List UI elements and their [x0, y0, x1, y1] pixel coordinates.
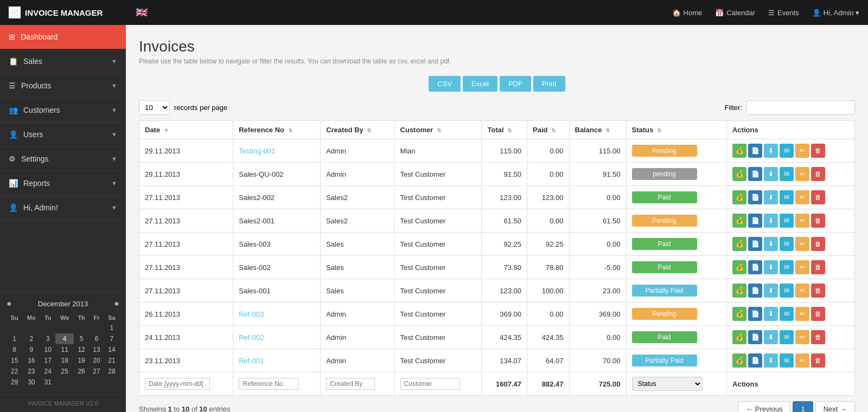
payment-btn[interactable]: 💰	[732, 214, 746, 228]
calendar-day[interactable]: 24	[40, 366, 55, 377]
excel-button[interactable]: Excel	[463, 76, 497, 92]
download-btn[interactable]: ⬇	[764, 307, 778, 321]
delete-btn[interactable]: 🗑	[811, 353, 825, 368]
calendar-day[interactable]: 30	[22, 377, 40, 388]
calendar-day[interactable]: 10	[40, 344, 55, 355]
calendar-prev[interactable]: ●	[7, 299, 12, 308]
delete-btn[interactable]: 🗑	[811, 214, 825, 228]
delete-btn[interactable]: 🗑	[811, 237, 825, 251]
calendar-day[interactable]: 11	[55, 344, 74, 355]
view-btn[interactable]: 📄	[748, 190, 762, 204]
calendar-day[interactable]: 3	[40, 333, 55, 344]
col-date[interactable]: Date ▼	[139, 121, 233, 139]
view-btn[interactable]: 📄	[748, 167, 762, 181]
status-filter-select[interactable]: Status Pending Paid Partially Paid	[632, 377, 703, 391]
col-status[interactable]: Status ⇅	[626, 121, 727, 139]
calendar-day[interactable]: 18	[55, 355, 74, 366]
calendar-day[interactable]: 12	[74, 344, 89, 355]
col-total[interactable]: Total ⇅	[482, 121, 527, 139]
calendar-next[interactable]: ●	[114, 299, 119, 308]
payment-btn[interactable]: 💰	[732, 237, 746, 251]
calendar-day[interactable]: 19	[74, 355, 89, 366]
calendar-day[interactable]: 9	[22, 344, 40, 355]
calendar-day[interactable]: 5	[74, 333, 89, 344]
ref-link[interactable]: Testing-001	[239, 147, 275, 155]
calendar-day[interactable]: 8	[7, 344, 22, 355]
footer-customer-input[interactable]	[394, 372, 482, 396]
calendar-day[interactable]: 22	[7, 366, 22, 377]
edit-btn[interactable]: ✏	[795, 260, 809, 274]
view-btn[interactable]: 📄	[748, 214, 762, 228]
sidebar-item-dashboard[interactable]: ⊞ Dashboard	[0, 25, 126, 49]
calendar-day[interactable]: 13	[89, 344, 104, 355]
nav-home[interactable]: 🏠 Home	[672, 9, 703, 17]
calendar-day[interactable]: 1	[104, 323, 119, 333]
email-btn[interactable]: ✉	[780, 284, 794, 298]
sidebar-item-users[interactable]: 👤 Users ▼	[0, 123, 126, 147]
ref-link[interactable]: Ref-001	[239, 357, 264, 365]
download-btn[interactable]: ⬇	[764, 284, 778, 298]
sidebar-item-admin[interactable]: 👤 Hi, Admin! ▼	[0, 196, 126, 220]
col-created[interactable]: Created By ⇅	[321, 121, 394, 139]
calendar-day[interactable]: 7	[104, 333, 119, 344]
sidebar-item-products[interactable]: ☰ Products ▼	[0, 74, 126, 98]
delete-btn[interactable]: 🗑	[811, 167, 825, 181]
payment-btn[interactable]: 💰	[732, 260, 746, 274]
calendar-day[interactable]: 16	[22, 355, 40, 366]
delete-btn[interactable]: 🗑	[811, 307, 825, 321]
calendar-day[interactable]: 6	[89, 333, 104, 344]
ref-link[interactable]: Ref-002	[239, 333, 264, 342]
calendar-day[interactable]: 26	[74, 366, 89, 377]
email-btn[interactable]: ✉	[780, 190, 794, 204]
email-btn[interactable]: ✉	[780, 330, 794, 344]
view-btn[interactable]: 📄	[748, 330, 762, 344]
edit-btn[interactable]: ✏	[795, 353, 809, 368]
col-customer[interactable]: Customer ⇅	[394, 121, 482, 139]
delete-btn[interactable]: 🗑	[811, 330, 825, 344]
edit-btn[interactable]: ✏	[795, 237, 809, 251]
delete-btn[interactable]: 🗑	[811, 190, 825, 204]
calendar-day[interactable]: 25	[55, 366, 74, 377]
delete-btn[interactable]: 🗑	[811, 260, 825, 274]
download-btn[interactable]: ⬇	[764, 260, 778, 274]
payment-btn[interactable]: 💰	[732, 353, 746, 368]
payment-btn[interactable]: 💰	[732, 307, 746, 321]
nav-events[interactable]: ☰ Events	[768, 9, 799, 17]
edit-btn[interactable]: ✏	[795, 284, 809, 298]
pdf-button[interactable]: PDF	[500, 76, 531, 92]
edit-btn[interactable]: ✏	[795, 214, 809, 228]
print-button[interactable]: Print	[533, 76, 565, 92]
payment-btn[interactable]: 💰	[732, 284, 746, 298]
edit-btn[interactable]: ✏	[795, 144, 809, 158]
email-btn[interactable]: ✉	[780, 167, 794, 181]
view-btn[interactable]: 📄	[748, 260, 762, 274]
prev-page-button[interactable]: ← Previous	[738, 401, 790, 412]
sidebar-item-reports[interactable]: 📊 Reports ▼	[0, 171, 126, 196]
edit-btn[interactable]: ✏	[795, 307, 809, 321]
edit-btn[interactable]: ✏	[795, 167, 809, 181]
download-btn[interactable]: ⬇	[764, 214, 778, 228]
email-btn[interactable]: ✉	[780, 307, 794, 321]
download-btn[interactable]: ⬇	[764, 144, 778, 158]
delete-btn[interactable]: 🗑	[811, 284, 825, 298]
calendar-day[interactable]: 4	[55, 333, 74, 344]
calendar-day[interactable]: 21	[104, 355, 119, 366]
nav-admin[interactable]: 👤 Hi, Admin ▾	[812, 9, 859, 17]
sidebar-item-settings[interactable]: ⚙ Settings ▼	[0, 147, 126, 171]
edit-btn[interactable]: ✏	[795, 190, 809, 204]
payment-btn[interactable]: 💰	[732, 144, 746, 158]
calendar-day[interactable]: 23	[22, 366, 40, 377]
calendar-day[interactable]: 27	[89, 366, 104, 377]
email-btn[interactable]: ✉	[780, 144, 794, 158]
calendar-day[interactable]: 15	[7, 355, 22, 366]
calendar-day[interactable]: 1	[7, 333, 22, 344]
col-balance[interactable]: Balance ⇅	[569, 121, 626, 139]
view-btn[interactable]: 📄	[748, 237, 762, 251]
download-btn[interactable]: ⬇	[764, 353, 778, 368]
view-btn[interactable]: 📄	[748, 144, 762, 158]
page-1-button[interactable]: 1	[793, 401, 813, 412]
email-btn[interactable]: ✉	[780, 353, 794, 368]
filter-input[interactable]	[746, 100, 855, 115]
calendar-day[interactable]: 31	[40, 377, 55, 388]
email-btn[interactable]: ✉	[780, 237, 794, 251]
